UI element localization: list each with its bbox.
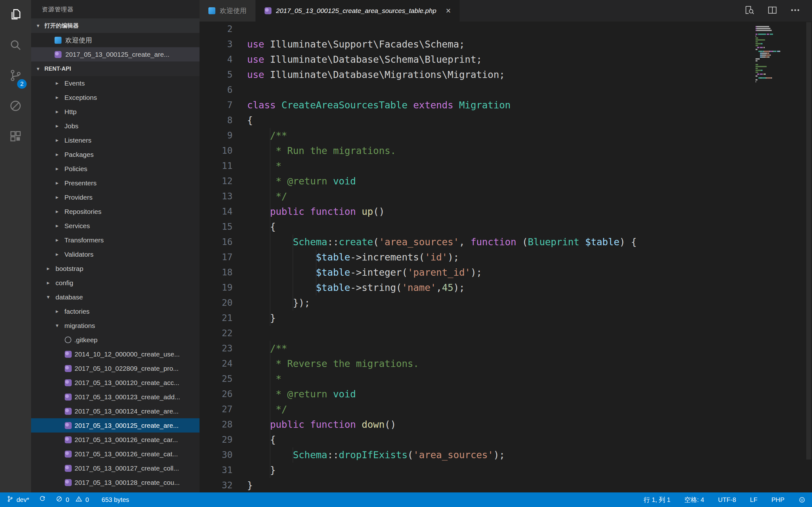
tree-file[interactable]: 2017_05_10_022809_create_pro...: [31, 361, 200, 376]
tree-folder[interactable]: ▾migrations: [31, 319, 200, 333]
tree-folder[interactable]: ▸Transformers: [31, 233, 200, 247]
tree-folder[interactable]: ▸factories: [31, 304, 200, 319]
code-line[interactable]: 3use Illuminate\Support\Facades\Schema;: [200, 37, 812, 52]
line-number: 30: [200, 447, 233, 463]
tree-file[interactable]: 2017_05_13_000128_create_cou...: [31, 475, 200, 490]
code-line[interactable]: 29 {: [200, 432, 812, 447]
activity-extensions-button[interactable]: [0, 122, 31, 152]
code-line-content: use Illuminate\Support\Facades\Schema;: [233, 37, 812, 52]
code-line[interactable]: 4use Illuminate\Database\Schema\Blueprin…: [200, 52, 812, 67]
code-line[interactable]: 19 $table->string('name',45);: [200, 280, 812, 295]
close-icon[interactable]: ×: [446, 7, 451, 15]
code-line[interactable]: 28 public function down(): [200, 417, 812, 432]
tree-folder[interactable]: ▸Exceptions: [31, 90, 200, 105]
eol-indicator[interactable]: LF: [750, 496, 757, 504]
tree-item-label: Exceptions: [64, 94, 97, 101]
tree-folder[interactable]: ▸Repositories: [31, 205, 200, 219]
activity-search-button[interactable]: [0, 31, 31, 61]
tree-folder[interactable]: ▸Http: [31, 105, 200, 119]
tree-folder[interactable]: ▸bootstrap: [31, 262, 200, 276]
code-line[interactable]: 27 */: [200, 402, 812, 417]
encoding-indicator[interactable]: UTF-8: [718, 496, 736, 504]
tree-file[interactable]: 2017_05_13_000125_create_are...: [31, 418, 200, 433]
code-line[interactable]: 25 *: [200, 372, 812, 387]
minimap[interactable]: [756, 24, 804, 83]
tree-file[interactable]: 2017_05_13_000129_create_enr...: [31, 490, 200, 493]
scrollbar-thumb[interactable]: [806, 22, 811, 459]
tree-file[interactable]: .gitkeep: [31, 333, 200, 347]
tree-folder[interactable]: ▸Events: [31, 76, 200, 90]
code-line[interactable]: 26 * @return void: [200, 387, 812, 402]
more-actions-icon[interactable]: [790, 5, 801, 17]
feedback-smiley-icon[interactable]: [798, 496, 806, 504]
tree-file[interactable]: 2017_05_13_000124_create_are...: [31, 404, 200, 418]
indentation-indicator[interactable]: 空格: 4: [684, 496, 704, 504]
tree-folder[interactable]: ▸Presenters: [31, 176, 200, 190]
tree-item-label: 2017_05_13_000120_create_acc...: [74, 379, 179, 387]
activity-debug-button[interactable]: [0, 91, 31, 122]
tree-folder[interactable]: ▾database: [31, 290, 200, 304]
php-file-icon: [264, 7, 271, 14]
tree-folder[interactable]: ▸Listeners: [31, 133, 200, 147]
open-editor-item[interactable]: 2017_05_13_000125_create_are...: [31, 47, 200, 61]
tree-folder[interactable]: ▸Providers: [31, 190, 200, 205]
code-line[interactable]: 11 *: [200, 158, 812, 174]
code-line[interactable]: 32}: [200, 478, 812, 493]
code-line[interactable]: 6: [200, 82, 812, 98]
split-editor-icon[interactable]: [767, 5, 778, 17]
code-line[interactable]: 22: [200, 326, 812, 341]
cursor-position[interactable]: 行 1, 列 1: [644, 496, 670, 504]
tree-file[interactable]: 2017_05_13_000123_create_add...: [31, 390, 200, 404]
code-line[interactable]: 14 public function up(): [200, 204, 812, 219]
code-line[interactable]: 24 * Reverse the migrations.: [200, 356, 812, 372]
open-preview-icon[interactable]: [744, 5, 755, 17]
activity-explorer-button[interactable]: [0, 0, 31, 31]
tree-folder[interactable]: ▸Packages: [31, 147, 200, 162]
code-line[interactable]: 21 }: [200, 311, 812, 326]
tree-folder[interactable]: ▸config: [31, 276, 200, 290]
open-editors-header[interactable]: ▾ 打开的编辑器: [31, 18, 200, 33]
tree-folder[interactable]: ▸Validators: [31, 247, 200, 262]
code-line[interactable]: 13 */: [200, 189, 812, 204]
code-line[interactable]: 10 * Run the migrations.: [200, 143, 812, 158]
code-line-content: {: [233, 113, 812, 128]
code-line[interactable]: 15 {: [200, 219, 812, 234]
language-indicator[interactable]: PHP: [771, 496, 784, 504]
tree-file[interactable]: 2017_05_13_000120_create_acc...: [31, 376, 200, 390]
tree-item-label: 2017_05_13_000128_create_cou...: [74, 479, 180, 487]
tree-folder[interactable]: ▸Policies: [31, 162, 200, 176]
code-line[interactable]: 5use Illuminate\Database\Migrations\Migr…: [200, 67, 812, 82]
folder-root-header[interactable]: ▾ RENT-API: [31, 61, 200, 76]
code-line[interactable]: 30 Schema::dropIfExists('area_sources');: [200, 447, 812, 463]
tree-folder[interactable]: ▸Jobs: [31, 119, 200, 133]
code-line[interactable]: 7class CreateAreaSourcesTable extends Mi…: [200, 98, 812, 113]
code-line[interactable]: 31 }: [200, 463, 812, 478]
open-editor-item[interactable]: 欢迎使用: [31, 33, 200, 47]
tree-file[interactable]: 2017_05_13_000127_create_coll...: [31, 461, 200, 475]
problems-indicator[interactable]: 0 0: [55, 495, 92, 504]
code-line[interactable]: 2: [200, 21, 812, 37]
tree-folder[interactable]: ▸Services: [31, 219, 200, 233]
tree-file[interactable]: 2014_10_12_000000_create_use...: [31, 347, 200, 361]
tree-item-label: 2017_05_13_000126_create_cat...: [74, 450, 178, 458]
code-line-content: {: [233, 432, 812, 447]
tab-active-file[interactable]: 2017_05_13_000125_create_area_sources_ta…: [256, 0, 460, 21]
code-line[interactable]: 17 $table->increments('id');: [200, 250, 812, 265]
tab-welcome[interactable]: 欢迎使用: [200, 0, 255, 21]
activity-source-control-button[interactable]: 2: [0, 61, 31, 91]
code-line[interactable]: 9 /**: [200, 128, 812, 143]
branch-indicator[interactable]: dev*: [6, 495, 29, 504]
code-line[interactable]: 8{: [200, 113, 812, 128]
tree-file[interactable]: 2017_05_13_000126_create_car...: [31, 433, 200, 447]
code-line[interactable]: 20 });: [200, 295, 812, 311]
minimap-line: [756, 51, 804, 52]
line-number: 20: [200, 295, 233, 311]
tree-file[interactable]: 2017_05_13_000126_create_cat...: [31, 447, 200, 461]
sync-button[interactable]: [39, 495, 46, 504]
warning-icon: [75, 495, 83, 504]
code-line[interactable]: 12 * @return void: [200, 174, 812, 189]
code-line[interactable]: 23 /**: [200, 341, 812, 356]
tab-bar: 欢迎使用 2017_05_13_000125_create_area_sourc…: [200, 0, 812, 21]
code-line[interactable]: 18 $table->integer('parent_id');: [200, 265, 812, 280]
code-line[interactable]: 16 Schema::create('area_sources', functi…: [200, 234, 812, 250]
